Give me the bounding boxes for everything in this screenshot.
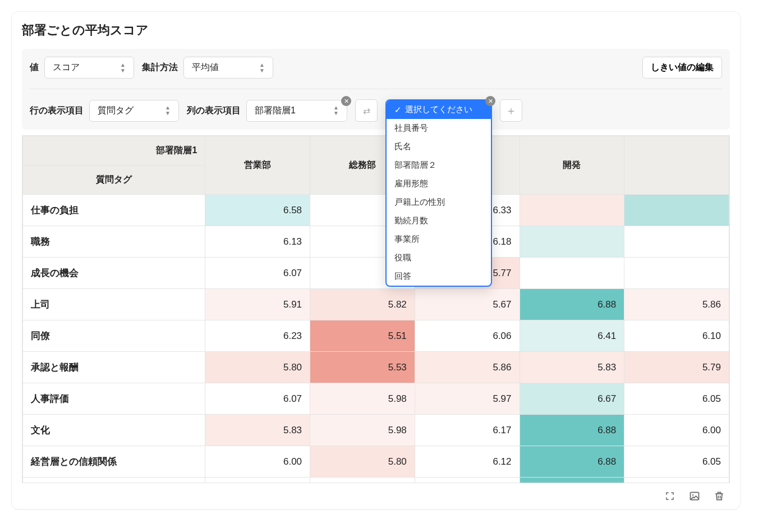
cell-value: 6.07 (205, 259, 310, 287)
cell-value (520, 233, 624, 250)
table-row: 文化5.835.986.176.886.00 (23, 415, 729, 446)
image-export-icon[interactable] (688, 490, 701, 502)
fullscreen-icon[interactable] (664, 490, 676, 502)
agg-select-text: 平均値 (192, 62, 219, 74)
dropdown-option[interactable]: 部署階層２ (387, 156, 491, 175)
col-field: 列の表示項目 部署階層1 ▲▼ ✕ (187, 100, 347, 122)
svg-point-1 (692, 494, 694, 496)
panel-title: 部署ごとの平均スコア (22, 22, 730, 39)
cell-value (520, 202, 624, 219)
table-row: アウトカム6.116.256.406.886.25 (23, 478, 729, 484)
table-row: 成長の機会6.076.085.77 (23, 258, 729, 289)
cell-value: 5.53 (310, 354, 415, 382)
column-dim-dropdown[interactable]: ✕ ✓ 選択してください 社員番号氏名部署階層２雇用形態戸籍上の性別勤続月数事業… (385, 99, 492, 287)
cell-value: 6.12 (415, 448, 520, 476)
table-row: 仕事の負担6.586.336.33 (23, 195, 729, 226)
cell-value: 6.05 (624, 448, 729, 476)
table-row: 上司5.915.825.676.885.86 (23, 289, 729, 320)
add-column-dim-button[interactable]: ＋ (500, 99, 522, 122)
dropdown-option[interactable]: 回答 (387, 267, 491, 286)
dropdown-option[interactable]: 事業所 (387, 230, 491, 249)
cell-value: 6.00 (624, 416, 729, 444)
row-label: アウトカム (23, 478, 205, 483)
cell-value: 5.79 (624, 354, 729, 382)
cell-value (520, 265, 624, 282)
col-header: 営業部 (205, 151, 310, 180)
dropdown-option[interactable]: 社員番号 (387, 119, 491, 137)
cell-value: 6.41 (520, 322, 624, 350)
dropdown-placeholder[interactable]: ✓ 選択してください (387, 100, 491, 119)
cell-value: 5.91 (205, 291, 310, 319)
plus-icon: ＋ (505, 103, 517, 118)
agg-select[interactable]: 平均値 ▲▼ (183, 57, 273, 79)
cell-value: 5.82 (310, 291, 415, 319)
cell-value (624, 233, 729, 250)
cell-value: 6.88 (520, 479, 624, 484)
cell-value: 6.00 (205, 448, 310, 476)
caret-icon: ▲▼ (120, 62, 126, 74)
swap-icon: ⇄ (363, 106, 370, 116)
threshold-edit-button[interactable]: しきい値の編集 (642, 57, 722, 79)
cell-value: 6.67 (520, 385, 624, 413)
panel-footer-actions (22, 483, 730, 505)
cell-value: 5.83 (520, 354, 624, 382)
delete-icon[interactable] (713, 490, 725, 502)
cell-value: 6.25 (310, 479, 415, 484)
table-row: 承認と報酬5.805.535.865.835.79 (23, 352, 729, 383)
cell-value: 5.97 (415, 385, 520, 413)
row-field-label: 行の表示項目 (30, 105, 84, 117)
row-label: 承認と報酬 (23, 352, 205, 382)
col-header: 開発 (520, 151, 624, 180)
value-field: 値 スコア ▲▼ (30, 57, 134, 79)
cell-value: 6.88 (520, 448, 624, 476)
row-label: 経営層との信頼関係 (23, 447, 205, 476)
caret-icon: ▲▼ (165, 105, 171, 116)
cell-value: 6.23 (205, 322, 310, 350)
dropdown-option[interactable]: 雇用形態 (387, 175, 491, 193)
cell-value: 6.58 (205, 196, 310, 224)
row-field-text: 質問タグ (98, 105, 134, 117)
cell-value: 5.98 (310, 385, 415, 413)
remove-column-dim-icon[interactable]: ✕ (485, 96, 495, 106)
toolbar: 値 スコア ▲▼ 集計方法 平均値 ▲▼ しきい値の編集 行の表示項目 質問タグ… (22, 49, 730, 130)
swap-axes-button[interactable]: ⇄ (355, 99, 378, 122)
table-row: 職務6.136.256.18 (23, 226, 729, 258)
cell-value (624, 265, 729, 282)
row-group-header: 質問タグ (23, 166, 205, 194)
table-row: 同僚6.235.516.066.416.10 (23, 320, 729, 352)
col-field-select[interactable]: 部署階層1 ▲▼ ✕ (246, 100, 347, 122)
cell-value: 5.51 (310, 322, 415, 350)
cell-value: 6.13 (205, 228, 310, 256)
cell-value: 6.05 (624, 385, 729, 413)
col-group-header: 部署階層1 (23, 136, 205, 165)
dropdown-option[interactable]: 氏名 (387, 137, 491, 156)
dropdown-option[interactable]: 戸籍上の性別 (387, 193, 491, 212)
row-label: 文化 (23, 415, 205, 445)
cell-value: 5.67 (415, 291, 520, 319)
value-label: 値 (30, 62, 39, 74)
agg-label: 集計方法 (142, 62, 178, 74)
table-row: 人事評価6.075.985.976.676.05 (23, 383, 729, 415)
cell-value: 6.11 (205, 479, 310, 484)
dropdown-option[interactable]: 勤続月数 (387, 212, 491, 230)
row-label: 成長の機会 (23, 258, 205, 288)
cell-value: 5.83 (205, 416, 310, 444)
row-field-select[interactable]: 質問タグ ▲▼ (89, 100, 179, 122)
cell-value: 6.07 (205, 385, 310, 413)
row-label: 人事評価 (23, 384, 205, 414)
cell-value (624, 202, 729, 219)
caret-icon: ▲▼ (333, 105, 339, 116)
dropdown-option[interactable]: 役職 (387, 249, 491, 267)
remove-column-dim-icon[interactable]: ✕ (341, 96, 351, 106)
value-select[interactable]: スコア ▲▼ (44, 57, 134, 79)
heatmap-table-wrap: 部署階層1 営業部 総務部 販売部 開発 質問タグ 仕事の負担6.586.336… (22, 135, 730, 483)
row-label: 職務 (23, 227, 205, 256)
cell-value: 5.86 (415, 354, 520, 382)
score-panel: 部署ごとの平均スコア 値 スコア ▲▼ 集計方法 平均値 ▲▼ しきい値の編集 … (11, 11, 741, 510)
caret-icon: ▲▼ (259, 62, 265, 74)
row-field: 行の表示項目 質問タグ ▲▼ (30, 100, 179, 122)
cell-value: 5.80 (310, 448, 415, 476)
cell-value: 6.40 (415, 479, 520, 484)
cell-value: 6.17 (415, 416, 520, 444)
col-field-text: 部署階層1 (255, 105, 296, 117)
